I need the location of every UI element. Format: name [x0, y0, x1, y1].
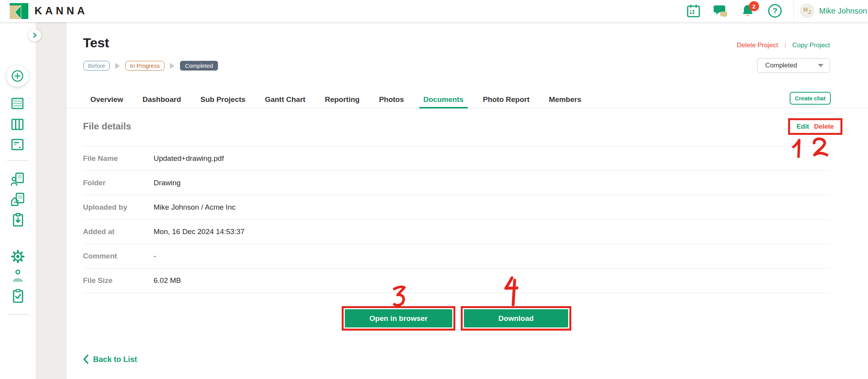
file-details-heading: File details — [83, 121, 131, 132]
avatar[interactable]: MJ — [800, 3, 814, 18]
edit-file-button[interactable]: Edit — [797, 123, 809, 131]
open-in-browser-button[interactable]: Open in browser — [345, 309, 452, 327]
client-document-icon — [10, 172, 26, 187]
page-title: Test — [83, 35, 109, 50]
chevron-right-icon — [33, 33, 37, 38]
table-row: File Name Updated+drawing.pdf — [83, 146, 830, 171]
header-divider — [794, 0, 794, 22]
copy-project-link[interactable]: Copy Project — [792, 41, 830, 49]
annotation-box-open-in-browser: Open in browser — [342, 306, 455, 331]
annotation-digit-2 — [812, 137, 829, 157]
clipboard-download-icon — [10, 212, 26, 228]
back-to-list-link[interactable]: Back to List — [83, 355, 137, 364]
status-select-value: Completed — [765, 62, 797, 69]
sidebar-item-received[interactable] — [10, 212, 26, 228]
sidebar-item-sites[interactable] — [10, 192, 26, 207]
table-row: Uploaded by Mike Johnson / Acme Inc — [83, 195, 830, 220]
tab-bar: Overview Dashboard Sub Projects Gantt Ch… — [67, 91, 868, 108]
annotation-box-edit-delete: Edit Delete — [788, 118, 842, 135]
links-separator: | — [784, 41, 786, 49]
clipboard-check-icon — [10, 288, 26, 304]
sidebar-item-projects-list[interactable] — [10, 96, 26, 112]
create-chat-button[interactable]: Create chat — [790, 92, 831, 105]
delete-project-link[interactable]: Delete Project — [737, 41, 778, 49]
notification-badge: 2 — [749, 1, 759, 11]
table-row: Folder Drawing — [83, 171, 830, 195]
tab-sub-projects[interactable]: Sub Projects — [201, 91, 246, 108]
sidebar-item-profile[interactable] — [10, 269, 26, 284]
chevron-down-icon — [818, 64, 823, 67]
status-step-in-progress: In Progress — [125, 61, 164, 71]
tab-documents[interactable]: Documents — [424, 91, 463, 108]
sidebar-divider — [7, 314, 29, 315]
user-name[interactable]: Mike Johnson — [819, 0, 867, 22]
brand-name: KANNA — [35, 5, 88, 17]
tab-photo-report[interactable]: Photo Report — [483, 91, 529, 108]
brand-logo[interactable]: KANNA — [10, 3, 88, 19]
table-row: Comment - — [83, 244, 830, 269]
board-columns-icon — [10, 117, 25, 132]
site-document-icon — [10, 192, 26, 207]
project-status-select[interactable]: Completed — [757, 58, 830, 73]
step-arrow-icon — [115, 63, 120, 69]
status-step-before: Before — [83, 61, 110, 71]
sidebar-item-board[interactable] — [10, 117, 26, 133]
annotation-box-download: Download — [461, 306, 571, 331]
sidebar-divider — [7, 160, 29, 161]
help-icon[interactable]: ? — [767, 3, 783, 19]
tab-overview[interactable]: Overview — [90, 91, 123, 108]
sidebar-expand-button[interactable] — [29, 29, 41, 41]
tab-reporting[interactable]: Reporting — [325, 91, 360, 108]
tab-dashboard[interactable]: Dashboard — [143, 91, 181, 108]
chat-icon[interactable] — [713, 3, 728, 19]
settings-gear-icon — [10, 249, 26, 264]
page: KANNA 2 — [0, 0, 868, 379]
delete-file-button[interactable]: Delete — [814, 123, 834, 131]
add-project-button[interactable] — [7, 65, 28, 87]
calendar-icon[interactable] — [686, 3, 701, 19]
sidebar-gutter — [36, 22, 67, 379]
tab-photos[interactable]: Photos — [379, 91, 404, 108]
download-button[interactable]: Download — [464, 309, 568, 327]
sidebar-item-clients[interactable] — [10, 172, 26, 187]
chevron-left-icon — [83, 355, 89, 364]
sidebar-item-summary[interactable] — [10, 137, 26, 153]
step-arrow-icon — [170, 63, 175, 69]
projects-list-icon — [10, 96, 25, 111]
plus-icon — [11, 69, 24, 83]
top-header: KANNA 2 — [0, 0, 868, 22]
annotation-digit-4 — [504, 276, 520, 307]
annotation-digit-1 — [792, 138, 803, 158]
file-details-table: File Name Updated+drawing.pdf Folder Dra… — [83, 146, 830, 293]
main-content: Test Delete Project | Copy Project Befor… — [67, 22, 868, 379]
file-actions: Open in browser Download — [83, 306, 830, 331]
bell-icon[interactable]: 2 — [740, 3, 756, 19]
summary-card-icon — [10, 137, 25, 152]
sidebar-item-settings[interactable] — [10, 249, 26, 264]
svg-text:?: ? — [773, 7, 777, 15]
table-row: File Size 6.02 MB — [83, 269, 830, 293]
table-row: Added at Mon, 16 Dec 2024 14:53:37 — [83, 220, 830, 244]
sidebar — [0, 22, 36, 379]
project-actions: Delete Project | Copy Project — [737, 41, 830, 49]
tab-gantt-chart[interactable]: Gantt Chart — [265, 91, 306, 108]
tab-members[interactable]: Members — [549, 91, 581, 108]
status-steps: Before In Progress Completed — [83, 61, 218, 71]
back-to-list-label: Back to List — [93, 355, 137, 364]
status-step-completed: Completed — [180, 61, 218, 71]
annotation-digit-3 — [392, 286, 407, 308]
profile-person-icon — [10, 269, 26, 284]
kanna-logo-icon — [10, 3, 28, 19]
sidebar-item-tasks[interactable] — [10, 288, 26, 304]
